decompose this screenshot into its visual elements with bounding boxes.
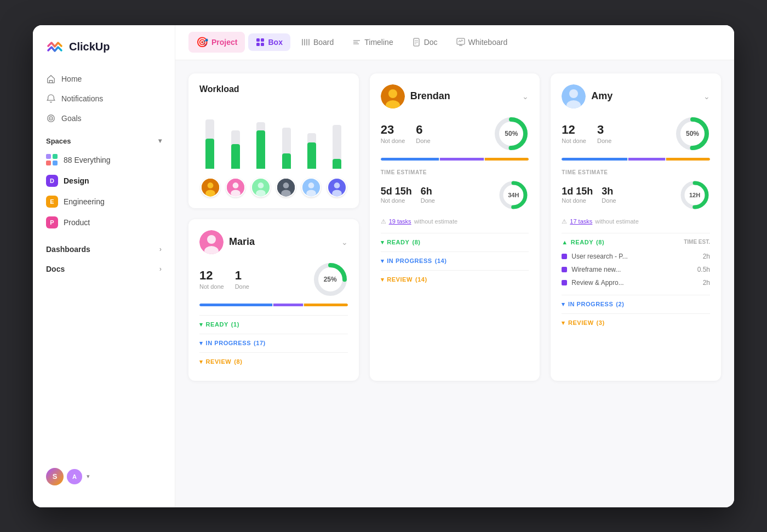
task-item-1[interactable]: User research - P... 2h: [562, 250, 710, 263]
amy-review-header: ▾ REVIEW (3): [562, 319, 710, 327]
maria-done-label: Done: [235, 283, 249, 290]
tab-whiteboard[interactable]: Whiteboard: [449, 33, 516, 51]
main-content: 🎯 Project Box Board: [175, 25, 734, 507]
amy-inprogress-header: ▾ IN PROGRESS (2): [562, 301, 710, 308]
sidebar-item-dashboards[interactable]: Dashboards ›: [33, 239, 175, 259]
everything-label: 88 Everything: [64, 156, 111, 164]
brendan-done-value: 6: [416, 123, 430, 137]
amy-ready-label[interactable]: ▲ READY (8): [562, 239, 604, 245]
brendan-time-donut: 34H: [498, 180, 529, 210]
tab-board[interactable]: Board: [294, 33, 341, 51]
amy-percent-label: 50%: [686, 130, 699, 138]
svg-point-40: [388, 89, 397, 98]
brendan-tasks-link[interactable]: 19 tasks: [389, 218, 411, 225]
maria-inprogress-label[interactable]: ▾ IN PROGRESS (17): [199, 340, 266, 347]
sidebar-item-design[interactable]: D Design: [33, 170, 175, 191]
sidebar-item-home[interactable]: Home: [39, 69, 168, 89]
maria-inprogress-header: ▾ IN PROGRESS (17): [199, 340, 348, 347]
sidebar-item-docs[interactable]: Docs ›: [33, 259, 175, 279]
user-avatar-s[interactable]: S: [46, 468, 64, 485]
workload-avatar-6[interactable]: [327, 178, 347, 197]
svg-point-37: [334, 182, 340, 188]
divider-3: [381, 270, 529, 271]
amy-tasks-link[interactable]: 17 tasks: [570, 218, 592, 225]
design-label: Design: [64, 176, 89, 185]
amy-inprogress-label[interactable]: ▾ IN PROGRESS (2): [562, 301, 624, 308]
maria-info: Maria: [199, 230, 255, 254]
amy-time-done-val: 3h: [602, 186, 616, 197]
spaces-chevron-icon[interactable]: ▾: [158, 137, 162, 145]
svg-rect-4: [261, 38, 264, 42]
amy-avatar: [562, 84, 586, 108]
amy-done-label: Done: [597, 138, 611, 144]
workload-avatar-5[interactable]: [301, 178, 321, 197]
brendan-ready-label[interactable]: ▾ READY (8): [381, 239, 421, 246]
maria-not-done-value: 12: [199, 268, 224, 283]
box-tab-label: Box: [268, 38, 282, 47]
maria-header: Maria ⌄: [199, 230, 348, 254]
tab-doc[interactable]: Doc: [404, 33, 445, 51]
bar-2: [225, 114, 245, 169]
sidebar-item-goals[interactable]: Goals: [39, 108, 168, 128]
brendan-chevron-icon[interactable]: ⌄: [522, 92, 529, 101]
amy-warning-suffix: without estimate: [595, 218, 638, 225]
brendan-not-done-label: Not done: [381, 138, 405, 144]
sidebar-item-notifications[interactable]: Notifications: [39, 89, 168, 108]
sidebar-item-product[interactable]: P Product: [33, 212, 175, 233]
divider-1: [381, 233, 529, 233]
tab-box[interactable]: Box: [248, 33, 290, 51]
amy-chevron-icon[interactable]: ⌄: [703, 92, 710, 101]
brendan-time-estimate: TIME ESTIMATE 5d 15h Not done 6h Done: [381, 169, 529, 210]
brendan-review-label[interactable]: ▾ REVIEW (14): [381, 276, 427, 283]
brendan-inprogress-label[interactable]: ▾ IN PROGRESS (14): [381, 258, 447, 265]
review-chevron: ▾: [381, 276, 385, 283]
engineering-badge: E: [46, 196, 58, 208]
workload-avatar-1[interactable]: [201, 178, 220, 197]
goals-icon: [46, 113, 56, 123]
brendan-percent-label: 50%: [505, 130, 518, 138]
svg-rect-9: [306, 39, 307, 45]
workload-avatar-3[interactable]: [251, 178, 271, 197]
amy-warning-icon: ⚠: [562, 218, 567, 225]
task-item-3[interactable]: Review & Appro... 2h: [562, 276, 710, 289]
svg-point-22: [208, 182, 214, 188]
amy-review-label[interactable]: ▾ REVIEW (3): [562, 319, 604, 327]
brendan-not-done-value: 23: [381, 123, 405, 137]
notifications-label: Notifications: [61, 94, 103, 103]
workload-avatar-2[interactable]: [226, 178, 245, 197]
amy-time-not-done-lbl: Not done: [562, 197, 593, 204]
brendan-warning-suffix: without estimate: [414, 218, 457, 225]
amy-divider-2: [562, 295, 710, 295]
board-tab-label: Board: [313, 38, 334, 47]
sidebar-item-everything[interactable]: 88 Everything: [33, 150, 175, 170]
workload-avatar-4[interactable]: [276, 178, 296, 197]
maria-review-label[interactable]: ▾ REVIEW (8): [199, 358, 242, 365]
main-body: Workload: [175, 60, 734, 507]
maria-ready-label[interactable]: ▾ READY (1): [199, 321, 239, 328]
sidebar-item-engineering[interactable]: E Engineering: [33, 191, 175, 212]
amy-donut: 50%: [675, 116, 710, 151]
svg-point-32: [281, 190, 291, 196]
person-photo-4: [277, 178, 295, 197]
maria-chevron-icon[interactable]: ⌄: [341, 238, 348, 247]
brendan-done: 6 Done: [416, 123, 430, 144]
workload-card: Workload: [188, 73, 359, 208]
maria-done-value: 1: [235, 268, 249, 283]
tab-project[interactable]: 🎯 Project: [188, 32, 245, 53]
user-avatar-second[interactable]: A: [67, 469, 82, 484]
svg-rect-5: [256, 43, 260, 46]
tab-timeline[interactable]: Timeline: [345, 33, 400, 51]
doc-tab-icon: [412, 38, 421, 47]
svg-point-34: [308, 182, 314, 188]
box-tab-icon: [256, 38, 265, 47]
task-name-3: Review & Appro...: [571, 279, 698, 287]
person-photo-2: [227, 178, 244, 197]
person-photo-5: [302, 178, 320, 197]
person-photo-1: [202, 178, 219, 197]
brendan-ready-header: ▾ READY (8): [381, 239, 529, 246]
dashboards-chevron-icon: ›: [159, 245, 162, 253]
task-item-2[interactable]: Wireframe new... 0.5h: [562, 263, 710, 276]
app-container: ClickUp Home Notifications: [33, 25, 734, 507]
avatar-chevron-icon: ▾: [87, 473, 90, 480]
brendan-time-not-done-val: 5d 15h: [381, 186, 412, 197]
